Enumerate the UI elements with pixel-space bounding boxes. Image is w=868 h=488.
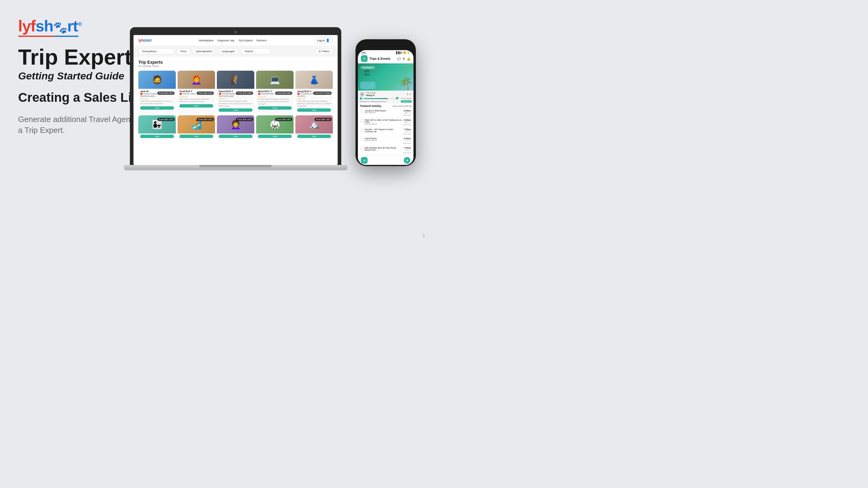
user-icon: 👤 <box>326 39 330 42</box>
download-icon[interactable]: ⬇ <box>403 57 405 60</box>
price-tag-3: From $75 USD <box>236 92 253 95</box>
progress-track <box>363 98 398 99</box>
item-info-5: 40th birthday diner @ Khao Rang Breeze R… <box>365 147 402 151</box>
expert-avatar-5: 👗 <box>296 71 333 89</box>
price-filter[interactable]: Price <box>177 48 190 54</box>
itinerary-item-1: 13Cabs to Melb Airport AUD $100.00 6:00a… <box>358 109 413 118</box>
itinerary-items: 13Cabs to Melb Airport AUD $100.00 6:00a… <box>358 109 413 161</box>
item-date-1: WED 14FEB 2024 <box>403 112 411 117</box>
laptop-body: lyfshört Marketplace Organiser App Trip … <box>130 27 341 165</box>
chat-icon[interactable]: 💬 <box>397 57 401 60</box>
item-price-2: AUD $1,700.00 <box>365 123 402 125</box>
add-button[interactable]: + <box>404 157 410 164</box>
hero-umbrella: ⛱ <box>364 69 370 77</box>
agent-avatar: J <box>360 92 365 97</box>
bell-icon[interactable]: 🔔 <box>407 57 410 60</box>
expert-view-btn-2[interactable]: View <box>179 104 213 108</box>
expert-view-btn-9[interactable]: View <box>258 135 292 138</box>
agent-info: Trip Expert Jazzy S <box>366 92 376 97</box>
phone-mockup: 2:21 ▐▐▐ ● 📶 🔋 ✈ Trips & Events 💬 ⬇ 🔔 Tr… <box>355 39 416 166</box>
delivered-label: Delivered & Collaborating (72hrs) <box>360 100 386 102</box>
price-tag-5: From $175 USD <box>313 92 332 95</box>
item-date-4: THU 15FEB 2024 <box>403 140 411 145</box>
expert-view-btn-8[interactable]: View <box>219 135 252 138</box>
item-time-4: 9:00am <box>403 138 411 140</box>
expert-avatar-4: 💻 <box>256 71 293 89</box>
location-search[interactable]: Everywhere <box>138 48 175 54</box>
item-date-3: THU 15FEB 2024 <box>403 130 411 135</box>
agent-row: J Trip Expert Jazzy S ℹ ↩ <box>360 92 412 97</box>
expert-view-btn-4[interactable]: View <box>258 106 292 110</box>
price-tag-1: From $50 USD <box>157 92 175 95</box>
trip-experts-heading: Trip Experts <box>138 60 333 65</box>
expert-info-7: View <box>178 133 215 140</box>
phone-header: ✈ Trips & Events 💬 ⬇ 🔔 <box>358 55 413 63</box>
item-price-1: AUD $100.00 <box>365 112 402 114</box>
expert-avatar-2: 👩‍🦰 <box>178 71 215 89</box>
item-price-4: AUD $3,300.00 <box>365 140 402 141</box>
phone-hero-image: Trip Expert 🌴 ⛱ <box>358 63 413 91</box>
item-name-1: 13Cabs to Melb Airport <box>365 110 402 112</box>
nav-organiser[interactable]: Organiser App <box>217 39 235 42</box>
trips-events-icon: ✈ <box>361 55 368 62</box>
grid-icon[interactable]: ⊞ <box>361 157 368 164</box>
web-nav: lyfshört Marketplace Organiser App Trip … <box>133 35 338 46</box>
expert-desc-2: I will create a personalised adventure f… <box>179 98 213 103</box>
login-button[interactable]: Log In 👤 <box>314 37 333 43</box>
expert-view-btn-3[interactable]: View <box>219 109 252 112</box>
item-info-1: 13Cabs to Melb Airport AUD $100.00 <box>365 110 402 114</box>
specialisation-filter[interactable]: Specialisation <box>192 48 216 54</box>
delivered-row: Delivered & Collaborating (72hrs) Respon… <box>360 100 412 103</box>
item-datetime-3: 7:00am THU 15FEB 2024 <box>403 128 411 135</box>
agent-name: Jazzy S <box>366 94 376 97</box>
respond-button[interactable]: Respond <box>401 100 412 103</box>
nav-partners[interactable]: Partners <box>256 39 267 42</box>
chat-label: Trip Expert <box>366 92 376 94</box>
web-content: Trip Experts 20 Listings found 🧔 From $5… <box>133 57 338 143</box>
progress-dot <box>360 97 362 100</box>
itinerary-item-4: Hotel Phuket AUD $3,300.00 9:00am THU 15… <box>358 136 413 146</box>
languages-filter[interactable]: Languages <box>218 48 238 54</box>
expert-avatar-1: 🧔 <box>138 71 176 89</box>
item-info-3: Transfer - HKT Airport to Hotel - Courte… <box>365 128 402 132</box>
expert-card-6: 👨‍👧 From $65 USD View <box>138 115 176 140</box>
chat-action-icons: ℹ ↩ <box>407 93 412 96</box>
expert-view-btn-5[interactable]: View <box>297 109 331 112</box>
expert-view-btn-10[interactable]: View <box>297 135 331 138</box>
item-check-4 <box>360 138 363 141</box>
logo-underline <box>18 36 79 37</box>
nav-marketplace[interactable]: Marketplace <box>199 39 214 42</box>
item-check-2 <box>360 119 363 122</box>
itinerary-item-3: Transfer - HKT Airport to Hotel - Courte… <box>358 127 413 137</box>
experts-grid-row1: 🧔 From $50 USD Jack W 🔴 GOLD COAST, QUEE… <box>138 71 333 114</box>
logo-short: sh🐾rt <box>36 17 78 35</box>
nav-experts[interactable]: Trip Experts <box>238 39 253 42</box>
progress-bar-container <box>363 98 398 99</box>
expert-desc-5: I will create your destination Wedding, … <box>297 100 331 107</box>
expert-view-btn-6[interactable]: View <box>140 135 174 138</box>
expert-view-btn-7[interactable]: View <box>179 135 213 138</box>
hero-label: Trip Expert <box>360 66 375 69</box>
laptop-camera <box>235 31 237 33</box>
login-label: Log In <box>317 39 325 42</box>
phone-bottom-bar: ⊞ + <box>358 155 413 165</box>
expert-info-10: View <box>296 133 333 140</box>
expert-card-2: 👩‍🦰 From $50 USD ToniTE19 T 🔴 MILAN, ITA… <box>178 71 215 114</box>
laptop-screen: lyfshört Marketplace Organiser App Trip … <box>133 35 338 165</box>
info-icon[interactable]: ℹ <box>407 93 408 96</box>
filters-button[interactable]: ⊟ Filters <box>315 48 333 54</box>
reply-icon[interactable]: ↩ <box>409 93 412 96</box>
price-tag-9: From $55 USD <box>275 118 292 121</box>
expert-view-btn-1[interactable]: View <box>140 106 174 110</box>
itinerary-title: Thailand Holiday <box>360 104 381 108</box>
item-datetime-1: 6:00am WED 14FEB 2024 <box>403 110 411 117</box>
logo-lyf: lyf <box>18 17 36 35</box>
expert-stars-3: ★★★ ⑤ <box>219 98 252 100</box>
expert-stars-5: ★★★ ⑤ <box>297 98 331 100</box>
expert-card-3: 🧗 From $75 USD FlynnTE19 T 🔴 INTERLAKEN,… <box>217 71 254 114</box>
expert-card-5: 👗 From $175 USD JazzyTE16 T 🔴 FLORIDA CI… <box>296 71 333 114</box>
item-name-5: 40th birthday diner @ Khao Rang Breeze R… <box>365 147 402 151</box>
phone-screen: 2:21 ▐▐▐ ● 📶 🔋 ✈ Trips & Events 💬 ⬇ 🔔 Tr… <box>358 50 413 165</box>
keyword-search[interactable]: Search... <box>241 48 271 54</box>
expert-desc-4: I am the travel concierge in Singapore, … <box>258 98 292 105</box>
